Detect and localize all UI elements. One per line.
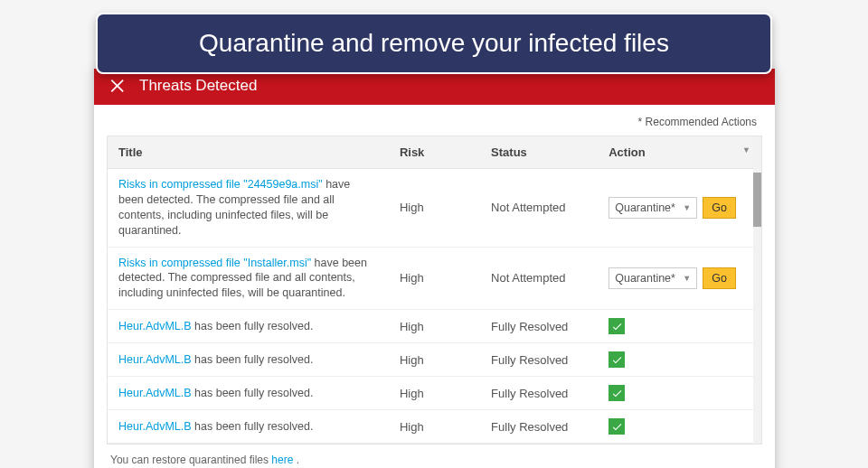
threat-description: has been fully resolved.: [192, 353, 314, 366]
threat-link[interactable]: Heur.AdvML.B: [118, 353, 192, 366]
dialog-title: Threats Detected: [139, 77, 257, 95]
status-cell: Fully Resolved: [480, 310, 598, 343]
table-row: Risks in compressed file "Installer.msi"…: [108, 247, 761, 310]
threats-dialog: Threats Detected * Recommended Actions T…: [94, 69, 775, 468]
dialog-body: * Recommended Actions Title Risk Status …: [94, 105, 775, 468]
risk-cell: High: [389, 377, 480, 410]
col-header-title[interactable]: Title: [108, 136, 389, 169]
status-cell: Not Attempted: [480, 169, 598, 248]
alert-x-icon: [107, 74, 130, 98]
table-row: Risks in compressed file "24459e9a.msi" …: [108, 169, 761, 248]
go-button[interactable]: Go: [703, 197, 736, 219]
chevron-down-icon: ▼: [683, 274, 691, 283]
scrollbar-thumb[interactable]: [753, 173, 761, 227]
threat-table-container: Title Risk Status Action▼ Risks in compr…: [107, 136, 762, 445]
threat-table: Title Risk Status Action▼ Risks in compr…: [108, 136, 761, 444]
action-dropdown[interactable]: Quarantine*▼: [609, 197, 697, 219]
risk-cell: High: [389, 169, 480, 248]
status-cell: Not Attempted: [480, 247, 598, 310]
dialog-header: Threats Detected: [94, 69, 775, 105]
action-dropdown[interactable]: Quarantine*▼: [609, 267, 697, 289]
restore-text: You can restore quarantined files: [110, 454, 271, 466]
vertical-scrollbar[interactable]: [753, 136, 761, 444]
action-cell: Quarantine*▼Go: [598, 169, 761, 248]
col-header-status[interactable]: Status: [480, 136, 598, 169]
chevron-down-icon: ▼: [742, 145, 750, 154]
table-row: Heur.AdvML.B has been fully resolved.Hig…: [108, 377, 761, 410]
restore-note: You can restore quarantined files here .: [107, 445, 762, 468]
threat-description: has been fully resolved.: [192, 320, 314, 332]
action-cell: [598, 410, 761, 444]
table-row: Heur.AdvML.B has been fully resolved.Hig…: [108, 410, 761, 444]
threat-link[interactable]: Risks in compressed file "Installer.msi": [118, 257, 311, 269]
recommended-actions-note: * Recommended Actions: [107, 112, 762, 136]
action-cell: Quarantine*▼Go: [598, 247, 761, 310]
col-header-risk[interactable]: Risk: [389, 136, 480, 169]
threat-link[interactable]: Heur.AdvML.B: [118, 387, 192, 399]
col-header-action[interactable]: Action▼: [598, 136, 761, 169]
resolved-check-icon: [609, 418, 625, 435]
action-dropdown-label: Quarantine*: [615, 272, 675, 285]
go-button[interactable]: Go: [703, 267, 736, 289]
status-cell: Fully Resolved: [480, 343, 598, 377]
risk-cell: High: [389, 247, 480, 310]
table-header-row: Title Risk Status Action▼: [108, 136, 761, 169]
threat-description: has been fully resolved.: [192, 387, 314, 399]
instruction-callout: Quarantine and remove your infected file…: [96, 13, 772, 74]
threat-link[interactable]: Heur.AdvML.B: [118, 320, 192, 332]
risk-cell: High: [389, 310, 480, 343]
status-cell: Fully Resolved: [480, 410, 598, 444]
threat-description: has been fully resolved.: [192, 420, 314, 433]
status-cell: Fully Resolved: [480, 377, 598, 410]
risk-cell: High: [389, 410, 480, 444]
resolved-check-icon: [609, 318, 625, 334]
action-cell: [598, 310, 761, 343]
resolved-check-icon: [609, 385, 625, 401]
risk-cell: High: [389, 343, 480, 377]
table-row: Heur.AdvML.B has been fully resolved.Hig…: [108, 343, 761, 377]
resolved-check-icon: [609, 351, 625, 368]
action-cell: [598, 377, 761, 410]
threat-link[interactable]: Risks in compressed file "24459e9a.msi": [118, 178, 323, 191]
chevron-down-icon: ▼: [683, 203, 691, 212]
restore-here-link[interactable]: here: [271, 454, 293, 466]
action-dropdown-label: Quarantine*: [615, 201, 675, 214]
action-cell: [598, 343, 761, 377]
table-row: Heur.AdvML.B has been fully resolved.Hig…: [108, 310, 761, 343]
threat-link[interactable]: Heur.AdvML.B: [118, 420, 192, 433]
